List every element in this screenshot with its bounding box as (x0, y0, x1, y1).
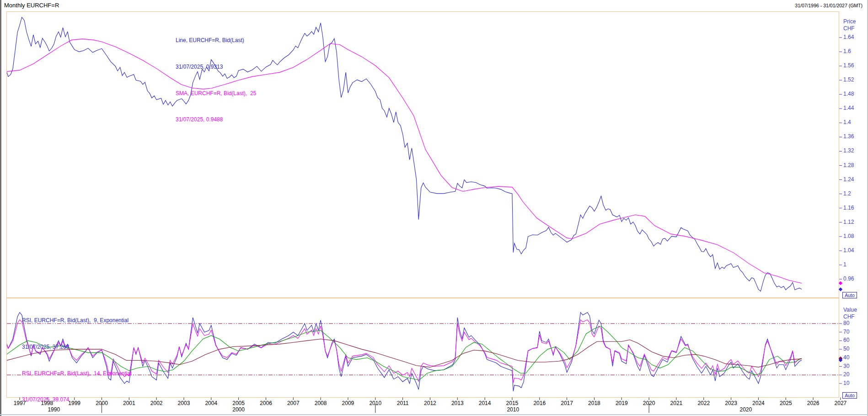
price-axis-tick-label: 1.24 (843, 176, 854, 183)
year-label-2001: 2001 (123, 400, 135, 406)
price-axis-tick-label: 1.16 (843, 205, 854, 211)
value-axis-tick-label: 30 (843, 363, 849, 369)
year-label-2011: 2011 (397, 400, 409, 406)
auto-scale-button-value[interactable]: Auto (842, 392, 857, 399)
year-label-2009: 2009 (342, 400, 354, 406)
year-label-2004: 2004 (205, 400, 217, 406)
legend-rsi9-last-value: 31/07/2025, 37.268 (22, 343, 149, 351)
decade-label-1990: 1990 (48, 406, 60, 413)
year-label-2007: 2007 (287, 400, 300, 406)
value-axis-tick-label: 80 (843, 320, 849, 326)
year-label-2013: 2013 (451, 400, 464, 406)
year-label-2025: 2025 (780, 400, 792, 406)
price-last-marker (839, 287, 842, 291)
price-axis-tick-label: 1.04 (843, 247, 854, 254)
year-label-2002: 2002 (150, 400, 163, 406)
legend-sma-last-value: 31/07/2025, 0.9488 (176, 115, 256, 124)
year-label-2008: 2008 (315, 400, 327, 406)
value-axis-tick-label: 60 (843, 337, 849, 343)
decade-label-2000: 2000 (232, 406, 245, 413)
value-axis-title: Value CHF (843, 307, 857, 320)
year-label-1999: 1999 (68, 400, 80, 406)
year-label-2003: 2003 (178, 400, 190, 406)
year-label-2015: 2015 (506, 400, 519, 406)
chart-window: Monthly EURCHF=R 31/07/1996 - 31/01/2027… (0, 0, 868, 416)
year-label-2010: 2010 (369, 400, 381, 406)
value-axis-tick-label: 20 (843, 371, 849, 378)
price-axis-tick-label: 1.36 (843, 133, 854, 140)
price-axis-title-line1: Price (843, 18, 856, 25)
year-label-2026: 2026 (807, 400, 820, 406)
value-axis-tick-label: 10 (843, 380, 849, 386)
decade-label-2010: 2010 (507, 406, 519, 413)
year-label-2027: 2027 (835, 400, 847, 406)
year-label-2014: 2014 (479, 400, 491, 406)
value-axis-tick-label: 70 (843, 329, 849, 335)
legend-price-line-name: Line, EURCHF=R, Bid(Last) (176, 36, 256, 45)
legend-rsi9-name: RSI, EURCHF=R, Bid(Last), 9, Exponential (22, 316, 149, 325)
decade-label-2020: 2020 (740, 406, 752, 413)
price-line (6, 17, 802, 292)
year-label-2024: 2024 (752, 400, 765, 406)
price-axis-tick-label: 1.56 (843, 62, 854, 69)
price-axis-tick-label: 1.44 (843, 105, 854, 111)
year-label-2000: 2000 (96, 400, 108, 406)
year-label-1997: 1997 (14, 400, 26, 406)
window-bottom-border (0, 414, 868, 415)
value-axis-title-line1: Value (843, 307, 857, 313)
legend-rsi14-name: RSI, EURCHF=R, Bid(Last), 14, Exponentia… (22, 369, 149, 378)
year-label-2022: 2022 (697, 400, 710, 406)
year-label-2020: 2020 (643, 400, 655, 406)
year-label-1998: 1998 (41, 400, 53, 406)
price-axis-tick-label: 1.6 (843, 48, 851, 54)
legend-price-last-value: 31/07/2025, 0.9313 (176, 63, 256, 71)
price-axis-tick-label: 0.96 (843, 276, 854, 282)
price-axis-tick-label: 1.28 (843, 162, 854, 168)
year-label-2018: 2018 (588, 400, 600, 406)
price-axis-tick-label: 1.08 (843, 233, 854, 239)
value-axis-tick-label: 50 (843, 346, 849, 352)
value-axis-tick-label: 40 (843, 354, 849, 361)
price-axis-tick-label: 1.2 (843, 190, 851, 197)
price-axis-tick-label: 1.52 (843, 76, 854, 83)
year-label-2017: 2017 (561, 400, 573, 406)
year-label-2019: 2019 (616, 400, 628, 406)
price-axis-tick-label: 1.32 (843, 147, 854, 154)
rsi-panel-legend: RSI, EURCHF=R, Bid(Last), 9, Exponential… (22, 299, 149, 416)
price-axis-title: Price CHF (843, 18, 856, 32)
price-axis-tick-label: 1.64 (843, 34, 854, 40)
year-label-2023: 2023 (725, 400, 737, 406)
price-axis-tick-label: 1.12 (843, 219, 854, 225)
year-label-2012: 2012 (424, 400, 436, 406)
price-axis-tick-label: 1.48 (843, 91, 854, 97)
auto-scale-button-price[interactable]: Auto (842, 292, 857, 298)
year-label-2021: 2021 (670, 400, 683, 406)
window-left-border (0, 0, 1, 416)
legend-sma-name: SMA, EURCHF=R, Bid(Last), 25 (176, 89, 256, 98)
year-label-2006: 2006 (260, 400, 272, 406)
year-label-2016: 2016 (533, 400, 546, 406)
price-axis-tick-label: 1.4 (843, 119, 851, 125)
price-axis-tick-label: 1 (843, 261, 847, 268)
value-axis-title-line2: CHF (843, 313, 857, 320)
price-axis-title-line2: CHF (843, 25, 856, 32)
year-label-2005: 2005 (232, 400, 245, 406)
main-panel-legend: Line, EURCHF=R, Bid(Last) 31/07/2025, 0.… (176, 19, 256, 142)
sma-last-marker (839, 281, 842, 285)
